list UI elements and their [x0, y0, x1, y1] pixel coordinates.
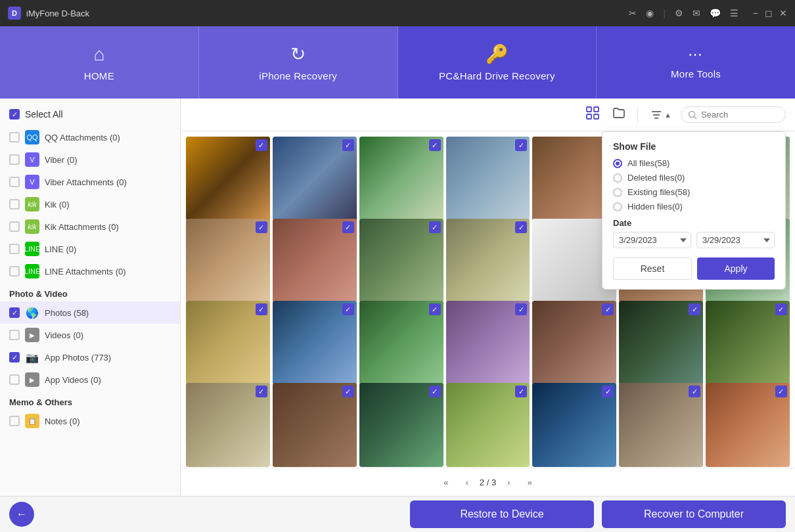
select-all-checkbox[interactable]	[9, 109, 20, 120]
photo-check-overlay[interactable]	[429, 139, 441, 151]
radio-deleted-files[interactable]: Deleted files(0)	[613, 173, 775, 183]
photo-cell[interactable]	[706, 301, 790, 385]
mail-icon[interactable]: ✉	[693, 8, 700, 18]
kik-checkbox[interactable]	[9, 199, 20, 210]
sidebar-item-viber-attachments[interactable]: V Viber Attachments (0)	[0, 171, 180, 193]
photo-cell[interactable]	[273, 383, 357, 467]
recover-to-computer-button[interactable]: Recover to Computer	[602, 500, 786, 528]
photo-cell[interactable]	[359, 219, 443, 303]
photo-check-overlay[interactable]	[256, 303, 267, 315]
photo-check-overlay[interactable]	[515, 221, 527, 233]
app-videos-checkbox[interactable]	[9, 374, 20, 385]
photo-check-overlay[interactable]	[775, 386, 787, 397]
settings-icon[interactable]: ⚙	[675, 8, 683, 18]
back-button[interactable]: ←	[9, 502, 34, 527]
radio-all-dot[interactable]	[613, 159, 622, 168]
photo-check-overlay[interactable]	[429, 303, 441, 315]
qq-checkbox[interactable]	[9, 132, 20, 143]
nav-pc-recovery[interactable]: 🔑 PC&Hard Drive Recovery	[398, 26, 597, 99]
minimize-button[interactable]: −	[753, 8, 758, 18]
photos-checkbox[interactable]	[9, 307, 20, 318]
reset-button[interactable]: Reset	[613, 257, 692, 280]
prev-page-button[interactable]: ‹	[459, 474, 476, 491]
photo-cell[interactable]	[706, 383, 790, 467]
photo-check-overlay[interactable]	[515, 386, 527, 397]
user-icon[interactable]: ◉	[646, 8, 654, 18]
search-box[interactable]	[681, 106, 786, 123]
restore-to-device-button[interactable]: Restore to Device	[410, 500, 594, 528]
apply-button[interactable]: Apply	[697, 257, 775, 280]
photo-check-overlay[interactable]	[602, 303, 614, 315]
search-input[interactable]	[701, 110, 773, 120]
nav-home[interactable]: ⌂ HOME	[0, 26, 199, 99]
date-to-select[interactable]: 3/29/2023	[696, 232, 775, 248]
filter-button[interactable]: ▲	[646, 106, 675, 124]
photo-check-overlay[interactable]	[515, 139, 527, 151]
radio-existing-dot[interactable]	[613, 188, 622, 197]
sidebar-item-kik[interactable]: kik Kik (0)	[0, 193, 180, 215]
chat-icon[interactable]: 💬	[710, 8, 721, 18]
photo-cell[interactable]	[273, 301, 357, 385]
kik-attach-checkbox[interactable]	[9, 221, 20, 232]
photo-check-overlay[interactable]	[602, 386, 614, 397]
photo-cell[interactable]	[446, 137, 530, 221]
videos-checkbox[interactable]	[9, 330, 20, 340]
photo-check-overlay[interactable]	[256, 221, 267, 233]
photo-cell[interactable]	[619, 301, 703, 385]
notes-checkbox[interactable]	[9, 416, 20, 426]
first-page-button[interactable]: «	[438, 474, 455, 491]
app-photos-checkbox[interactable]	[9, 352, 20, 363]
date-from-select[interactable]: 3/29/2023	[613, 232, 691, 248]
photo-cell[interactable]	[446, 219, 530, 303]
photo-check-overlay[interactable]	[515, 303, 527, 315]
sidebar-item-app-photos[interactable]: 📷 App Photos (773)	[0, 346, 180, 368]
viber-attach-checkbox[interactable]	[9, 177, 20, 187]
sidebar-item-kik-attachments[interactable]: kik Kik Attachments (0)	[0, 215, 180, 238]
photo-cell[interactable]	[446, 301, 530, 385]
share-icon[interactable]: ✂	[629, 8, 637, 18]
photo-check-overlay[interactable]	[256, 386, 267, 397]
grid-view-button[interactable]	[582, 104, 603, 125]
photo-cell[interactable]	[186, 137, 270, 221]
photo-cell[interactable]	[359, 137, 443, 221]
sidebar-item-line-attachments[interactable]: LINE LINE Attachments (0)	[0, 260, 180, 282]
radio-deleted-dot[interactable]	[613, 173, 622, 183]
close-button[interactable]: ✕	[779, 8, 787, 18]
last-page-button[interactable]: »	[521, 474, 538, 491]
sidebar-item-photos[interactable]: 🌎 Photos (58)	[0, 301, 180, 324]
photo-check-overlay[interactable]	[689, 303, 700, 315]
radio-existing-files[interactable]: Existing files(58)	[613, 187, 775, 197]
nav-more-tools[interactable]: ⋯ More Tools	[597, 26, 795, 99]
photo-check-overlay[interactable]	[775, 303, 787, 315]
sidebar-item-line[interactable]: LINE LINE (0)	[0, 238, 180, 260]
photo-cell[interactable]	[186, 301, 270, 385]
nav-iphone-recovery[interactable]: ↻ iPhone Recovery	[199, 26, 398, 99]
photo-cell[interactable]	[186, 219, 270, 303]
sidebar-item-videos[interactable]: ▶ Videos (0)	[0, 324, 180, 346]
radio-hidden-files[interactable]: Hidden files(0)	[613, 202, 775, 211]
radio-hidden-dot[interactable]	[613, 202, 622, 211]
photo-cell[interactable]	[273, 137, 357, 221]
photo-check-overlay[interactable]	[342, 386, 354, 397]
radio-all-files[interactable]: All files(58)	[613, 158, 775, 168]
photo-cell[interactable]	[532, 301, 616, 385]
photo-cell[interactable]	[359, 301, 443, 385]
next-page-button[interactable]: ›	[500, 474, 517, 491]
photo-cell[interactable]	[273, 219, 357, 303]
photo-check-overlay[interactable]	[429, 221, 441, 233]
sidebar-item-app-videos[interactable]: ▶ App Videos (0)	[0, 368, 180, 391]
menu-icon[interactable]: ☰	[730, 8, 738, 18]
photo-cell[interactable]	[532, 383, 616, 467]
photo-cell[interactable]	[186, 383, 270, 467]
photo-check-overlay[interactable]	[342, 303, 354, 315]
photo-check-overlay[interactable]	[342, 139, 354, 151]
viber-checkbox[interactable]	[9, 154, 20, 165]
photo-cell[interactable]	[446, 383, 530, 467]
photo-cell[interactable]	[619, 383, 703, 467]
photo-check-overlay[interactable]	[342, 221, 354, 233]
sidebar-item-viber[interactable]: V Viber (0)	[0, 148, 180, 171]
photo-check-overlay[interactable]	[256, 139, 267, 151]
line-attach-checkbox[interactable]	[9, 266, 20, 277]
sidebar-item-qq-attachments[interactable]: QQ QQ Attachments (0)	[0, 126, 180, 148]
select-all-row[interactable]: Select All	[0, 104, 180, 126]
